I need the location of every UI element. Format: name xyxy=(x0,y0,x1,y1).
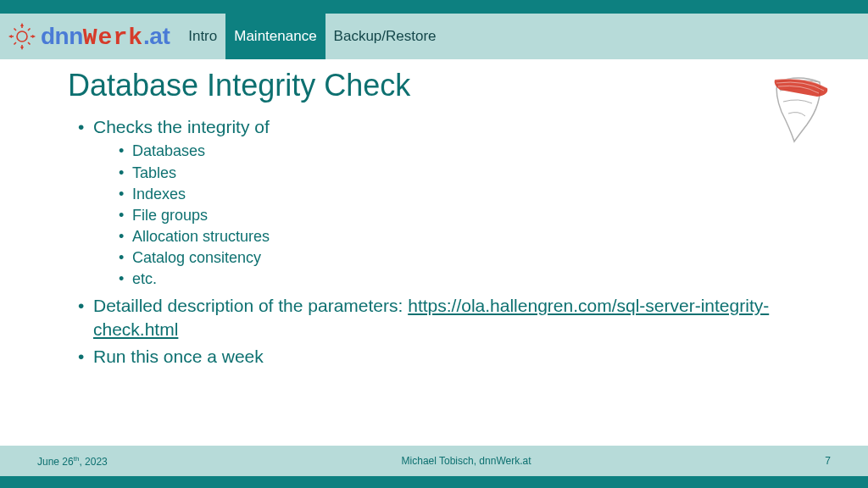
gear-icon xyxy=(7,21,37,52)
slide-content: Database Integrity Check Checks the inte… xyxy=(0,59,868,369)
sub-bullet-item: Catalog consitency xyxy=(117,247,800,269)
sub-bullet-item: Tables xyxy=(117,163,800,184)
tab-intro[interactable]: Intro xyxy=(180,14,225,59)
footer: June 26th, 2023 Michael Tobisch, dnnWerk… xyxy=(0,446,868,488)
sub-bullet-item: Indexes xyxy=(117,184,800,205)
bullet-text: Checks the integrity of xyxy=(93,117,270,136)
brand-logo: dnnWerk.at xyxy=(7,14,180,59)
footer-date: June 26th, 2023 xyxy=(37,455,108,468)
sub-bullet-item: Allocation structures xyxy=(117,226,800,247)
sub-bullet-item: File groups xyxy=(117,205,800,226)
sub-bullet-list: Databases Tables Indexes File groups All… xyxy=(93,141,800,290)
sub-bullet-item: Databases xyxy=(117,141,800,162)
footer-author: Michael Tobisch, dnnWerk.at xyxy=(402,455,531,467)
top-accent-bar xyxy=(0,0,868,14)
tab-backup-restore[interactable]: Backup/Restore xyxy=(326,14,445,59)
bullet-text: Detailled description of the parameters: xyxy=(93,296,408,315)
bullet-list: Checks the integrity of Databases Tables… xyxy=(68,115,800,369)
tab-maintenance[interactable]: Maintenance xyxy=(225,14,325,59)
footer-page-number: 7 xyxy=(825,455,831,467)
bottom-accent-bar xyxy=(0,476,868,488)
sub-bullet-item: etc. xyxy=(117,269,800,290)
footer-info-bar: June 26th, 2023 Michael Tobisch, dnnWerk… xyxy=(0,446,868,476)
bullet-item: Checks the integrity of Databases Tables… xyxy=(76,115,800,291)
slide-title: Database Integrity Check xyxy=(68,68,800,103)
nav-tabs: Intro Maintenance Backup/Restore xyxy=(180,14,444,59)
bullet-item: Detailled description of the parameters:… xyxy=(76,294,800,342)
bullet-item: Run this once a week xyxy=(76,345,800,369)
navbar: dnnWerk.at Intro Maintenance Backup/Rest… xyxy=(0,14,868,59)
svg-point-0 xyxy=(17,31,27,42)
logo-text: dnnWerk.at xyxy=(41,23,170,51)
